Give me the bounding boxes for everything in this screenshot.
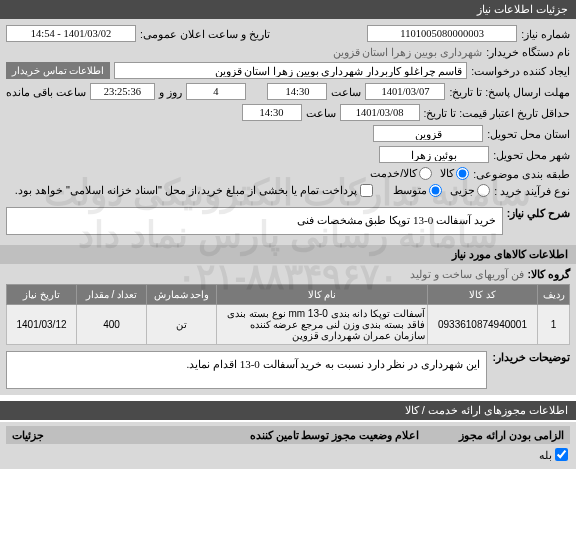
mandatory-value: بله (539, 449, 552, 461)
items-section-header: اطلاعات کالاهای مورد نیاز (0, 245, 576, 264)
col-name: نام کالا (217, 285, 428, 305)
radio-goods[interactable] (456, 167, 469, 180)
payment-text: پرداخت تمام یا بخشی از مبلغ خرید،از محل … (15, 184, 358, 197)
col-qty: تعداد / مقدار (77, 285, 147, 305)
category-goods-radio[interactable]: کالا (440, 167, 469, 180)
pub-input (6, 25, 136, 42)
form-area: شماره نیاز: تاریخ و ساعت اعلان عمومی: نا… (0, 19, 576, 245)
requester-label: ایجاد کننده درخواست: (471, 65, 570, 77)
purchase-type-radio-group: جزیی متوسط (393, 184, 490, 197)
requester-input (114, 62, 467, 79)
footer-columns: الزامی بودن ارائه مجوز اعلام وضعیت مجوز … (6, 426, 570, 444)
col-code: کد کالا (428, 285, 538, 305)
purchase-type-label: نوع فرآیند خرید : (494, 185, 570, 197)
remaining-day-input (186, 83, 246, 100)
deadline-label: مهلت ارسال پاسخ: تا تاریخ: (449, 86, 570, 98)
explain-textarea[interactable]: این شهرداری در نظر دارد نسبت به خرید آسف… (6, 351, 487, 389)
footer-row: بله (6, 444, 570, 465)
payment-checkbox[interactable] (360, 184, 373, 197)
cell-qty: 400 (77, 305, 147, 345)
cell-date: 1401/03/12 (7, 305, 77, 345)
pt-medium-radio[interactable]: متوسط (393, 184, 442, 197)
group-label: گروه کالا: (528, 268, 570, 280)
group-value: فن آوریهای ساخت و تولید (410, 268, 524, 280)
table-header-row: ردیف کد کالا نام کالا واحد شمارش تعداد /… (7, 285, 570, 305)
col-date: تاریخ نیاز (7, 285, 77, 305)
table-row: 1 0933610874940001 آسفالت توپکا دانه بند… (7, 305, 570, 345)
pub-label: تاریخ و ساعت اعلان عمومی: (140, 28, 270, 40)
footer-col3: جزئیات (12, 429, 44, 441)
cell-unit: تن (147, 305, 217, 345)
day-label: روز و (159, 86, 182, 98)
min-validity-time-input (242, 104, 302, 121)
mandatory-checkbox-item[interactable]: بله (539, 448, 568, 461)
bottom-panel: الزامی بودن ارائه مجوز اعلام وضعیت مجوز … (0, 420, 576, 469)
province-label: استان محل تحویل: (487, 128, 570, 140)
items-table: ردیف کد کالا نام کالا واحد شمارش تعداد /… (6, 284, 570, 345)
footer-col1: الزامی بودن ارائه مجوز (459, 429, 564, 441)
pt-small-radio[interactable]: جزیی (450, 184, 490, 197)
deadline-date-input (365, 83, 445, 100)
general-desc-label: شرح کلي نياز: (507, 207, 570, 219)
mandatory-checkbox[interactable] (555, 448, 568, 461)
buyer-org-value: شهرداری بویین زهرا استان قزوین (333, 46, 483, 58)
payment-checkbox-item[interactable]: پرداخت تمام یا بخشی از مبلغ خرید،از محل … (15, 184, 374, 197)
general-desc-textarea[interactable]: خرید آسفالت 0-13 توپکا طبق مشخصات فنی (6, 207, 503, 235)
deadline-time-input (267, 83, 327, 100)
city-input (379, 146, 489, 163)
min-validity-date-input (340, 104, 420, 121)
footer-header: اطلاعات مجوزهای ارائه خدمت / کالا (0, 401, 576, 420)
col-unit: واحد شمارش (147, 285, 217, 305)
cell-code: 0933610874940001 (428, 305, 538, 345)
radio-medium-label: متوسط (393, 184, 427, 197)
radio-medium[interactable] (429, 184, 442, 197)
remaining-time-input (90, 83, 155, 100)
min-validity-label: حداقل تاریخ اعتبار قیمت: تا تاریخ: (424, 107, 570, 119)
remaining-label: ساعت باقی مانده (6, 86, 86, 98)
cell-name: آسفالت توپکا دانه بندی 0-13 mm نوع بسته … (217, 305, 428, 345)
contact-buyer-button[interactable]: اطلاعات تماس خریدار (6, 62, 110, 79)
cell-row: 1 (538, 305, 570, 345)
panel-header-need-details: جزئیات اطلاعات نیاز (0, 0, 576, 19)
city-label: شهر محل تحویل: (493, 149, 570, 161)
radio-service[interactable] (419, 167, 432, 180)
category-label: طبقه بندی موضوعی: (473, 168, 570, 180)
province-input (373, 125, 483, 142)
radio-goods-label: کالا (440, 167, 454, 180)
buyer-org-label: نام دستگاه خریدار: (486, 46, 570, 58)
footer-col2: اعلام وضعیت مجوز توسط تامین کننده (250, 429, 420, 441)
radio-small[interactable] (477, 184, 490, 197)
items-body: گروه کالا: فن آوریهای ساخت و تولید ردیف … (0, 264, 576, 395)
need-no-label: شماره نیاز: (521, 28, 570, 40)
time-label-2: ساعت (306, 107, 336, 119)
category-radio-group: کالا کالا/خدمت (370, 167, 469, 180)
radio-service-label: کالا/خدمت (370, 167, 417, 180)
category-service-radio[interactable]: کالا/خدمت (370, 167, 432, 180)
col-row: ردیف (538, 285, 570, 305)
radio-small-label: جزیی (450, 184, 475, 197)
time-label-1: ساعت (331, 86, 361, 98)
explain-label: توضیحات خریدار: (493, 351, 570, 363)
need-no-input (367, 25, 517, 42)
